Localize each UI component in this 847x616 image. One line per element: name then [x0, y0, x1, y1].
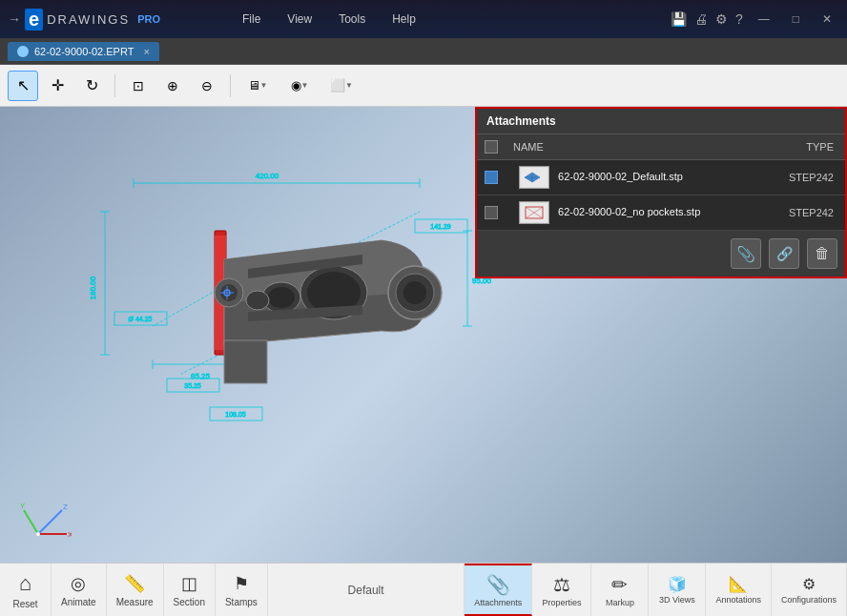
move-icon: ✛: [52, 76, 64, 94]
attach-link-button[interactable]: 🔗: [769, 238, 799, 269]
attachment-row-1[interactable]: 62-02-9000-02_Default.stp STEP242: [477, 160, 845, 195]
3d-views-tab-label: 3D Views: [659, 595, 695, 605]
logo-pro-text: PRO: [137, 13, 160, 25]
configurations-tab-button[interactable]: ⚙ Configurations: [772, 564, 847, 616]
3d-views-tab-button[interactable]: 🧊 3D Views: [649, 564, 706, 616]
svg-point-33: [246, 291, 269, 310]
reset-button[interactable]: ⌂ Reset: [0, 564, 52, 616]
section-icon: ◫: [181, 573, 197, 594]
svg-line-44: [24, 510, 38, 534]
animate-icon: ◎: [71, 573, 86, 594]
row2-type-cell: STEP242: [764, 195, 846, 231]
tab-close-button[interactable]: ×: [143, 46, 149, 57]
configurations-tab-icon: ⚙: [802, 575, 816, 593]
3d-views-tab-icon: 🧊: [668, 575, 687, 593]
attachments-tab-button[interactable]: 📎 Attachments: [465, 564, 532, 616]
move-tool-button[interactable]: ✛: [42, 71, 72, 101]
svg-text:Z: Z: [63, 503, 68, 511]
title-bar: → e DRAWINGS PRO File View Tools Help 💾 …: [0, 0, 847, 38]
toolbar-separator-2: [230, 74, 231, 97]
zoom-area-icon: ⊕: [167, 78, 178, 93]
svg-text:Y: Y: [20, 502, 26, 510]
markup-tab-button[interactable]: ✏ Markup: [591, 564, 649, 616]
zoom-dynamic-icon: ⊖: [201, 78, 213, 93]
checkbox-header-col: [477, 134, 506, 160]
tab-label: 62-02-9000-02.EPRT: [34, 46, 134, 57]
stamps-label: Stamps: [225, 597, 258, 607]
zoom-dynamic-button[interactable]: ⊖: [192, 71, 222, 101]
annotations-tab-button[interactable]: 📐 Annotations: [706, 564, 772, 616]
attachments-tab-label: Attachments: [474, 598, 522, 607]
reset-label: Reset: [12, 599, 37, 609]
zoom-area-button[interactable]: ⊕: [157, 71, 188, 101]
app-logo: → e DRAWINGS PRO: [8, 9, 160, 31]
row2-checkbox[interactable]: [485, 206, 498, 219]
minimize-button[interactable]: —: [751, 10, 777, 28]
attach-view-button[interactable]: 📎: [731, 238, 761, 269]
attachments-panel-footer: 📎 🔗 🗑: [477, 231, 845, 277]
svg-line-42: [38, 510, 62, 534]
print-icon[interactable]: 🖨: [694, 11, 708, 27]
section-button[interactable]: ◫ Section: [164, 564, 216, 616]
display-mode-arrow: ▼: [260, 81, 268, 90]
rotate-icon: ↻: [86, 76, 98, 94]
row1-type-cell: STEP242: [764, 160, 846, 195]
delete-attachment-button[interactable]: 🗑: [807, 238, 837, 269]
help-icon[interactable]: ?: [735, 11, 743, 27]
appearance-arrow: ▼: [301, 81, 309, 90]
section-plane-icon: ⬜: [330, 78, 345, 92]
appearance-icon: ◉: [291, 78, 301, 92]
section-plane-button[interactable]: ⬜ ▼: [322, 71, 361, 101]
logo-arrow-icon: →: [8, 11, 21, 27]
svg-text:108.05: 108.05: [225, 411, 246, 418]
tab-bar: 62-02-9000-02.EPRT ×: [0, 38, 847, 65]
stamps-button[interactable]: ⚑ Stamps: [216, 564, 268, 616]
secondary-toolbar: 📎 Attachments ⚖ Properties ✏ Markup 🧊 3D…: [465, 564, 847, 616]
select-tool-button[interactable]: ↖: [8, 71, 38, 101]
animate-button[interactable]: ◎ Animate: [52, 564, 107, 616]
header-checkbox[interactable]: [485, 140, 498, 154]
default-label: Default: [268, 564, 465, 616]
rotate-tool-button[interactable]: ↻: [76, 71, 107, 101]
save-icon[interactable]: 💾: [671, 11, 687, 27]
stamps-icon: ⚑: [234, 573, 249, 594]
properties-tab-icon: ⚖: [553, 573, 570, 596]
appearance-button[interactable]: ◉ ▼: [280, 71, 319, 101]
menu-view[interactable]: View: [281, 9, 318, 30]
menu-tools[interactable]: Tools: [333, 9, 371, 30]
svg-text:180.00: 180.00: [89, 276, 97, 299]
maximize-button[interactable]: □: [785, 10, 807, 28]
properties-tab-button[interactable]: ⚖ Properties: [532, 564, 591, 616]
attachments-panel-header: Attachments: [477, 109, 845, 134]
attach-view-icon: 📎: [736, 245, 755, 263]
row2-name-cell: 62-02-9000-02_no pockets.stp: [506, 195, 764, 231]
menu-bar: File View Tools Help: [237, 9, 422, 30]
attach-link-icon: 🔗: [776, 246, 793, 261]
svg-text:35.25: 35.25: [184, 382, 201, 389]
row1-name-cell: 62-02-9000-02_Default.stp: [506, 160, 764, 195]
row2-filename: 62-02-9000-02_no pockets.stp: [558, 206, 700, 217]
attachments-table: NAME TYPE: [477, 134, 845, 231]
row1-checkbox[interactable]: [485, 171, 498, 184]
3d-viewport[interactable]: 420.00 180.00 95.00 85.25: [0, 107, 847, 563]
attachment-row-2[interactable]: 62-02-9000-02_no pockets.stp STEP242: [477, 195, 845, 231]
display-mode-button[interactable]: 🖥 ▼: [238, 71, 277, 101]
file-tab[interactable]: 62-02-9000-02.EPRT ×: [8, 42, 159, 61]
animate-label: Animate: [61, 597, 96, 607]
settings-icon[interactable]: ⚙: [715, 11, 728, 27]
row1-filename: 62-02-9000-02_Default.stp: [558, 171, 683, 182]
markup-tab-label: Markup: [606, 598, 634, 607]
close-button[interactable]: ✕: [815, 10, 839, 28]
svg-point-32: [268, 287, 295, 308]
svg-text:Ø 44.25: Ø 44.25: [129, 316, 153, 322]
row1-checkbox-cell: [477, 160, 506, 195]
menu-help[interactable]: Help: [386, 9, 422, 30]
svg-text:420.00: 420.00: [256, 172, 279, 180]
zoom-fit-icon: ⊡: [133, 78, 144, 93]
measure-button[interactable]: 📏 Measure: [107, 564, 164, 616]
zoom-fit-button[interactable]: ⊡: [123, 71, 154, 101]
menu-file[interactable]: File: [237, 9, 266, 30]
name-column-header: NAME: [506, 134, 764, 160]
svg-text:141.29: 141.29: [430, 223, 451, 230]
type-column-header: TYPE: [764, 134, 846, 160]
